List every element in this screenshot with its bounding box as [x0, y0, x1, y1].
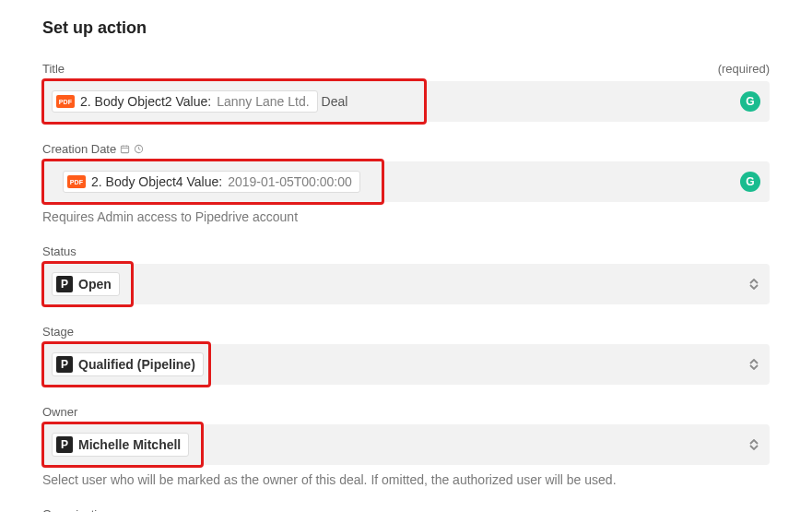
- label-owner: Owner: [42, 405, 77, 419]
- pill-title[interactable]: PDF 2. Body Object2 Value: Lanny Lane Lt…: [52, 90, 318, 113]
- chevron-sort-icon: [747, 439, 760, 450]
- pill-status[interactable]: P Open: [52, 272, 120, 296]
- clock-icon: [134, 144, 144, 154]
- pill-owner[interactable]: P Michelle Mitchell: [52, 433, 189, 457]
- pill-main-text: Open: [78, 277, 112, 292]
- select-owner[interactable]: P Michelle Mitchell: [42, 424, 770, 465]
- label-status: Status: [42, 244, 76, 258]
- input-creation-date[interactable]: PDF 2. Body Object4 Value: 2019-01-05T00…: [42, 161, 770, 202]
- field-title: Title (required) PDF 2. Body Object2 Val…: [42, 62, 770, 122]
- pdf-icon: PDF: [67, 175, 86, 188]
- grammarly-icon: G: [740, 172, 760, 192]
- pipedrive-icon: P: [56, 356, 73, 373]
- field-organization: Organization PDF 2. Body Object2 Value: …: [42, 507, 770, 512]
- label-creation-date: Creation Date: [42, 142, 144, 156]
- calendar-icon: [120, 144, 130, 154]
- select-status[interactable]: P Open: [42, 264, 770, 304]
- pill-creation-date[interactable]: PDF 2. Body Object4 Value: 2019-01-05T00…: [63, 171, 360, 193]
- label-text: Creation Date: [42, 142, 116, 156]
- pill-value-text: Lanny Lane Ltd.: [217, 94, 309, 109]
- help-creation-date: Requires Admin access to Pipedrive accou…: [42, 209, 770, 224]
- pill-main-text: 2. Body Object4 Value:: [91, 174, 222, 189]
- input-title[interactable]: PDF 2. Body Object2 Value: Lanny Lane Lt…: [42, 81, 770, 122]
- svg-line-6: [139, 149, 141, 150]
- pipedrive-icon: P: [56, 276, 73, 292]
- field-stage: Stage P Qualified (Pipeline): [42, 325, 770, 385]
- svg-rect-0: [122, 146, 129, 152]
- field-status: Status P Open: [42, 244, 770, 304]
- pdf-icon: PDF: [56, 95, 75, 108]
- help-owner: Select user who will be marked as the ow…: [42, 472, 770, 487]
- required-title: (required): [718, 62, 770, 76]
- grammarly-icon: G: [740, 91, 760, 112]
- pill-main-text: Michelle Mitchell: [78, 437, 181, 452]
- select-stage[interactable]: P Qualified (Pipeline): [42, 344, 770, 385]
- label-title: Title: [42, 62, 65, 76]
- pipedrive-icon: P: [56, 436, 73, 453]
- pill-stage[interactable]: P Qualified (Pipeline): [52, 352, 204, 376]
- chevron-sort-icon: [747, 279, 760, 290]
- pill-main-text: 2. Body Object2 Value:: [80, 94, 211, 109]
- field-owner: Owner P Michelle Mitchell Select user wh…: [42, 405, 770, 487]
- pill-value-text: 2019-01-05T00:00:00: [228, 174, 352, 189]
- chevron-sort-icon: [747, 359, 760, 370]
- label-organization: Organization: [42, 507, 111, 512]
- field-creation-date: Creation Date PDF 2. Body Object4 Value:…: [42, 142, 770, 224]
- suffix-text: Deal: [322, 94, 348, 109]
- label-stage: Stage: [42, 325, 74, 339]
- page-title: Set up action: [42, 18, 770, 38]
- pill-main-text: Qualified (Pipeline): [78, 357, 195, 372]
